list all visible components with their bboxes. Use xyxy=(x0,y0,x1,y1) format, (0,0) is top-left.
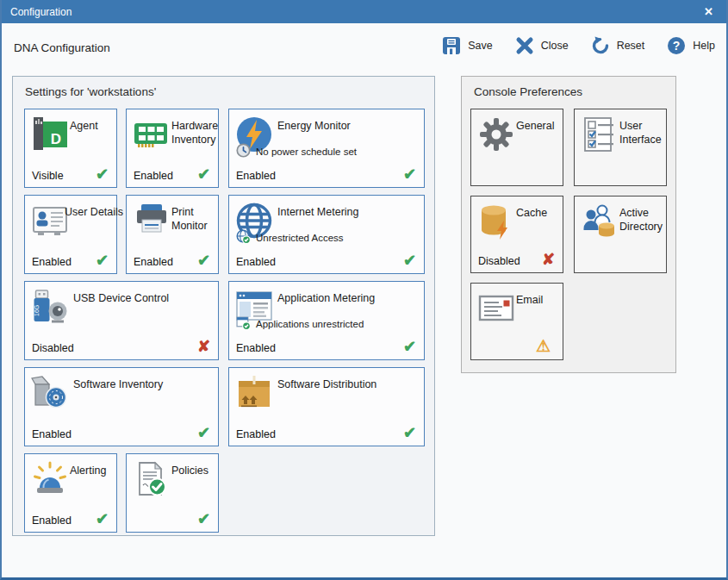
tile-active-directory[interactable]: Active Directory xyxy=(574,196,667,273)
cross-icon: ✘ xyxy=(197,338,210,357)
clock-icon xyxy=(236,143,251,159)
check-icon: ✔ xyxy=(96,252,109,271)
tile-label: Hardware Inventory xyxy=(171,119,215,147)
tile-status: Enabled xyxy=(134,256,173,268)
save-button[interactable]: Save xyxy=(442,36,493,55)
tile-application-metering[interactable]: Application Metering Applications unrest… xyxy=(228,281,425,360)
cross-icon: ✘ xyxy=(542,251,555,270)
help-icon: ? xyxy=(667,36,686,55)
tile-label: Email xyxy=(516,293,560,307)
tile-status: Enabled xyxy=(236,428,276,440)
tile-policies[interactable]: Policies ✔ xyxy=(126,453,219,533)
tile-usb-device-control[interactable]: 16G USB Device Control Disabled ✘ xyxy=(24,281,219,360)
tile-substatus-text: Applications unrestricted xyxy=(256,319,364,329)
check-icon: ✔ xyxy=(197,165,210,184)
tile-user-interface[interactable]: User Interface xyxy=(574,109,667,186)
tile-substatus-text: No power schedule set xyxy=(256,147,357,157)
check-icon: ✔ xyxy=(403,424,416,443)
tile-status: Enabled xyxy=(236,342,276,354)
svg-text:D: D xyxy=(51,131,61,147)
check-icon: ✔ xyxy=(197,252,210,271)
tile-label: Print Monitor xyxy=(171,205,215,234)
tile-cache[interactable]: Cache Disabled ✘ xyxy=(470,196,563,273)
tile-software-distribution[interactable]: Software Distribution Enabled ✔ xyxy=(228,367,425,446)
tile-status: Disabled xyxy=(478,255,520,267)
tile-internet-metering[interactable]: Internet Metering Unrestricted Access En… xyxy=(228,195,425,274)
check-icon: ✔ xyxy=(403,165,416,184)
cache-database-icon xyxy=(477,203,515,240)
tile-label: User Details xyxy=(65,205,114,219)
check-icon: ✔ xyxy=(403,252,416,271)
globe-check-icon xyxy=(236,229,251,246)
check-icon: ✔ xyxy=(403,338,416,357)
warning-icon: ⚠ xyxy=(536,337,551,357)
tile-status: Enabled xyxy=(134,170,173,182)
agent-icon: D xyxy=(31,115,69,153)
tile-print-monitor[interactable]: Print Monitor Enabled ✔ xyxy=(126,195,219,274)
tile-alerting[interactable]: Alerting Enabled ✔ xyxy=(24,453,117,533)
tile-general[interactable]: General xyxy=(470,109,563,186)
window-close-icon[interactable]: ✕ xyxy=(700,5,718,18)
tile-label: Internet Metering xyxy=(277,205,421,219)
console-preferences-panel: Console Preferences General User Interfa… xyxy=(461,76,676,373)
tile-status: Enabled xyxy=(236,256,276,268)
tile-status: Enabled xyxy=(32,256,72,268)
check-icon: ✔ xyxy=(197,510,210,529)
svg-text:?: ? xyxy=(673,39,681,53)
tile-label: Software Distribution xyxy=(277,377,421,391)
tile-status: Disabled xyxy=(32,342,74,354)
tile-label: User Interface xyxy=(619,119,663,147)
check-icon: ✔ xyxy=(96,510,109,529)
tile-label: Agent xyxy=(70,119,114,133)
settings-panel-title: Settings for 'workstations' xyxy=(25,85,156,98)
user-details-icon xyxy=(31,202,69,240)
tile-label: Cache xyxy=(516,206,560,220)
tile-substatus: Applications unrestricted xyxy=(236,315,364,332)
settings-panel: Settings for 'workstations' D Agent Visi… xyxy=(12,76,435,536)
save-icon xyxy=(442,36,461,55)
console-panel-title: Console Preferences xyxy=(474,85,582,98)
close-button[interactable]: Close xyxy=(515,36,569,55)
email-icon xyxy=(477,290,515,327)
tile-status: Enabled xyxy=(32,515,72,527)
tile-label: General xyxy=(516,119,560,133)
tile-agent[interactable]: D Agent Visible ✔ xyxy=(24,109,117,188)
window-title: Configuration xyxy=(10,6,72,18)
help-button[interactable]: ? Help xyxy=(667,36,715,55)
reset-button[interactable]: Reset xyxy=(591,36,645,55)
software-distribution-icon xyxy=(235,374,273,412)
tile-substatus: Unrestricted Access xyxy=(236,229,344,246)
reset-label: Reset xyxy=(617,40,645,52)
usb-device-control-icon: 16G xyxy=(31,288,69,326)
active-directory-icon xyxy=(581,203,619,240)
tile-label: Alerting xyxy=(70,464,114,477)
tile-software-inventory[interactable]: Software Inventory Enabled ✔ xyxy=(24,367,219,446)
gear-icon xyxy=(477,115,515,153)
tile-label: Policies xyxy=(171,464,215,477)
tile-substatus-text: Unrestricted Access xyxy=(256,233,344,243)
tile-email[interactable]: Email ⚠ xyxy=(470,283,563,360)
tile-user-details[interactable]: User Details Enabled ✔ xyxy=(24,195,117,274)
tile-label: Active Directory xyxy=(619,206,663,234)
close-label: Close xyxy=(541,40,569,52)
tile-energy-monitor[interactable]: Energy Monitor No power schedule set Ena… xyxy=(228,109,425,188)
tile-label: USB Device Control xyxy=(73,291,215,305)
software-inventory-icon xyxy=(31,374,69,412)
reset-icon xyxy=(591,36,610,55)
save-label: Save xyxy=(468,40,493,52)
page-title: DNA Configuration xyxy=(14,41,110,54)
configuration-window: Configuration ✕ DNA Configuration Save C… xyxy=(0,0,728,580)
window-check-icon xyxy=(236,315,251,332)
tile-hardware-inventory[interactable]: Hardware Inventory Enabled ✔ xyxy=(126,109,219,188)
close-icon xyxy=(515,36,534,55)
check-icon: ✔ xyxy=(197,424,210,443)
tile-substatus: No power schedule set xyxy=(236,143,357,159)
svg-text:16G: 16G xyxy=(34,305,40,316)
tile-status: Enabled xyxy=(236,170,276,182)
tile-label: Software Inventory xyxy=(73,377,215,391)
tile-status: Visible xyxy=(32,170,64,182)
print-monitor-icon xyxy=(133,202,171,240)
check-icon: ✔ xyxy=(96,165,109,184)
tile-label: Energy Monitor xyxy=(277,119,421,133)
checklist-icon xyxy=(581,115,619,153)
